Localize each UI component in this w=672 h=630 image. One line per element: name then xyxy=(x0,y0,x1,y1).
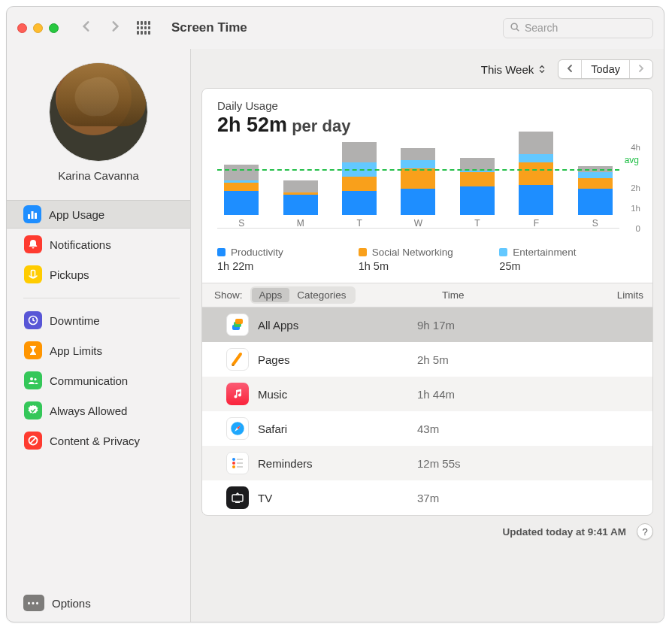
search-input[interactable]: Search xyxy=(503,18,653,38)
toggle-apps[interactable]: Apps xyxy=(252,288,290,302)
chart-segment xyxy=(519,185,553,216)
show-all-prefs-button[interactable] xyxy=(137,21,150,35)
period-label: This Week xyxy=(481,63,534,76)
svg-rect-13 xyxy=(235,319,243,324)
help-button[interactable]: ? xyxy=(637,523,653,540)
search-placeholder: Search xyxy=(525,22,558,34)
usage-card: Daily Usage 2h 52m per day SMTWTFS 01h2h… xyxy=(201,88,653,516)
chart-legend: Productivity1h 22mSocial Networking1h 5m… xyxy=(217,247,640,277)
table-row[interactable]: TV37m xyxy=(202,480,652,515)
reminders-app-icon xyxy=(226,452,249,474)
back-button[interactable] xyxy=(80,20,93,36)
chart-day-label: S xyxy=(592,218,598,229)
app-name: TV xyxy=(258,492,408,504)
avg-label: avg xyxy=(625,155,639,165)
legend-label: Productivity xyxy=(231,247,283,258)
fullscreen-window-button[interactable] xyxy=(49,23,59,33)
chart-day-label: S xyxy=(238,218,244,229)
chart-bar: T xyxy=(335,147,383,229)
sidebar-item-label: Pickups xyxy=(50,268,89,281)
window-controls xyxy=(17,23,59,33)
daily-usage-title: Daily Usage xyxy=(217,99,640,112)
table-row[interactable]: Pages2h 5m xyxy=(202,342,652,377)
sidebar-divider xyxy=(23,298,180,298)
svg-point-7 xyxy=(30,377,33,380)
app-name: All Apps xyxy=(258,319,408,332)
table-header: Show: Apps Categories Time Limits xyxy=(202,283,652,307)
chart-segment xyxy=(401,168,435,189)
svg-rect-3 xyxy=(32,211,34,219)
avatar[interactable] xyxy=(49,62,148,162)
sidebar-item-app-usage[interactable]: App Usage xyxy=(7,200,190,229)
window-title: Screen Time xyxy=(171,20,247,35)
chart-segment xyxy=(401,160,435,168)
chart-segment xyxy=(578,189,613,215)
screen-time-window: Screen Time Search Karina Cavanna App Us… xyxy=(6,6,664,622)
sidebar-item-pickups[interactable]: Pickups xyxy=(7,260,190,289)
sidebar: Karina Cavanna App Usage Notifications xyxy=(7,49,190,622)
legend-swatch xyxy=(359,248,367,256)
svg-point-8 xyxy=(34,378,36,380)
avg-line xyxy=(217,169,619,171)
chart-bar: W xyxy=(394,147,442,229)
updated-label: Updated today at 9:41 AM xyxy=(502,526,626,538)
chart-bar: F xyxy=(512,147,560,229)
sidebar-item-notifications[interactable]: Notifications xyxy=(7,230,190,259)
sidebar-item-communication[interactable]: Communication xyxy=(7,366,190,395)
chart-segment xyxy=(401,148,435,160)
column-limits: Limits xyxy=(592,289,643,301)
sidebar-item-label: Downtime xyxy=(50,314,100,327)
music-app-icon xyxy=(226,383,249,405)
sidebar-item-label: App Limits xyxy=(50,344,102,357)
chart-bar: S xyxy=(571,147,619,229)
legend-swatch xyxy=(217,248,226,256)
sidebar-item-app-limits[interactable]: App Limits xyxy=(7,336,190,365)
view-toggle: Apps Categories xyxy=(250,286,356,304)
toggle-categories[interactable]: Categories xyxy=(289,288,353,302)
chart-bar: S xyxy=(217,147,265,229)
legend-time: 1h 5m xyxy=(359,260,500,272)
user-name: Karina Cavanna xyxy=(7,169,190,182)
people-icon xyxy=(24,371,42,389)
sidebar-item-label: Options xyxy=(52,597,91,610)
legend-label: Entertainment xyxy=(513,247,576,258)
tv-app-icon xyxy=(226,486,249,509)
date-next-button[interactable] xyxy=(630,60,652,78)
table-row[interactable]: Music1h 44m xyxy=(202,377,652,411)
chart-ytick: 2h xyxy=(631,183,640,192)
pages-app-icon xyxy=(226,348,249,371)
daily-usage-hours: 2h 52m xyxy=(217,114,287,136)
chart-segment xyxy=(460,186,495,215)
close-window-button[interactable] xyxy=(17,23,27,33)
sidebar-item-options[interactable]: ••• Options xyxy=(7,595,190,611)
table-row[interactable]: Safari43m xyxy=(202,411,652,446)
app-name: Reminders xyxy=(258,457,408,470)
chart-segment xyxy=(224,183,259,191)
chart-day-label: T xyxy=(356,218,362,229)
chart-segment xyxy=(519,154,553,162)
titlebar: Screen Time Search xyxy=(7,7,664,49)
period-selector[interactable]: This Week xyxy=(477,60,551,79)
chart-day-label: W xyxy=(414,218,422,229)
chart-segment xyxy=(519,132,553,154)
chart-segment xyxy=(283,180,318,192)
app-time: 43m xyxy=(417,423,439,435)
checkmark-seal-icon xyxy=(24,401,42,419)
chart-segment xyxy=(578,172,613,178)
svg-rect-4 xyxy=(35,213,37,219)
minimize-window-button[interactable] xyxy=(33,23,43,33)
date-prev-button[interactable] xyxy=(558,60,582,78)
safari-app-icon xyxy=(226,417,249,440)
table-row[interactable]: Reminders12m 55s xyxy=(202,446,652,480)
sidebar-item-always-allowed[interactable]: Always Allowed xyxy=(7,396,190,425)
bell-icon xyxy=(24,235,42,253)
legend-item: Productivity1h 22m xyxy=(217,247,359,272)
sidebar-item-content-privacy[interactable]: Content & Privacy xyxy=(7,426,190,455)
date-today-button[interactable]: Today xyxy=(582,60,630,78)
sidebar-item-downtime[interactable]: Downtime xyxy=(7,306,190,335)
sidebar-item-label: Always Allowed xyxy=(50,404,127,417)
svg-rect-5 xyxy=(32,271,35,277)
app-time: 2h 5m xyxy=(417,353,449,366)
table-row[interactable]: All Apps9h 17m xyxy=(202,307,652,342)
forward-button[interactable] xyxy=(108,20,122,36)
